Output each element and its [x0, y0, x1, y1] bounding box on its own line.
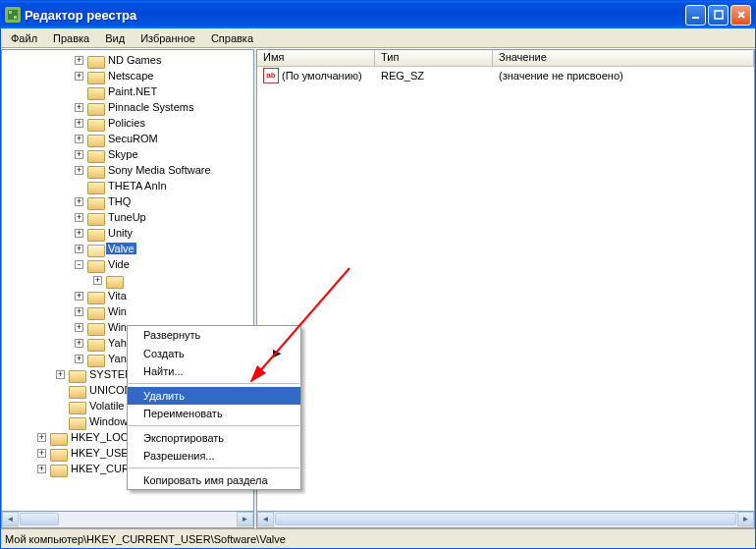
- expand-icon[interactable]: +: [75, 56, 83, 65]
- minimize-button[interactable]: [685, 5, 706, 26]
- tree-item[interactable]: +Valve: [2, 241, 253, 256]
- list-hscrollbar[interactable]: ◄ ►: [256, 512, 755, 528]
- tree-item[interactable]: +Policies: [2, 115, 253, 131]
- menu-favorites[interactable]: Избранное: [136, 30, 199, 46]
- expand-icon[interactable]: +: [75, 166, 83, 175]
- column-type[interactable]: Тип: [375, 50, 493, 66]
- scroll-left-button[interactable]: ◄: [257, 512, 274, 526]
- ctx-permissions[interactable]: Разрешения...: [128, 447, 300, 465]
- folder-icon: [69, 400, 84, 412]
- menu-edit[interactable]: Правка: [49, 30, 93, 46]
- tree-item[interactable]: +Netscape: [2, 68, 253, 83]
- ctx-create[interactable]: Создать▶: [128, 344, 300, 362]
- folder-icon: [87, 117, 103, 130]
- svg-rect-1: [9, 11, 12, 14]
- svg-rect-2: [14, 16, 17, 19]
- tree-item[interactable]: +Vita: [2, 288, 253, 303]
- expand-icon[interactable]: +: [75, 150, 83, 159]
- column-name[interactable]: Имя: [257, 50, 375, 66]
- expand-icon[interactable]: +: [56, 370, 65, 379]
- tree-item[interactable]: -Vide: [2, 256, 253, 272]
- collapse-icon[interactable]: -: [75, 260, 83, 269]
- tree-item[interactable]: +Unity: [2, 225, 253, 241]
- scroll-right-button[interactable]: ►: [737, 512, 754, 526]
- folder-icon: [87, 211, 103, 224]
- tree-item[interactable]: THETA AnIn: [2, 178, 253, 193]
- expand-icon[interactable]: +: [75, 135, 83, 143]
- tree-item-label: Win: [106, 321, 129, 333]
- folder-icon: [87, 227, 103, 240]
- menu-help[interactable]: Справка: [207, 30, 257, 46]
- expand-icon[interactable]: +: [37, 449, 46, 458]
- tree-item[interactable]: +Pinnacle Systems: [2, 99, 253, 115]
- expand-icon[interactable]: +: [75, 323, 83, 332]
- menubar: Файл Правка Вид Избранное Справка: [1, 28, 755, 48]
- expand-icon[interactable]: +: [75, 103, 83, 112]
- scroll-right-button[interactable]: ►: [237, 512, 253, 526]
- folder-icon: [87, 148, 103, 161]
- folder-icon: [87, 305, 103, 318]
- expand-icon[interactable]: +: [75, 72, 83, 81]
- titlebar[interactable]: Редактор реестра: [1, 1, 755, 28]
- tree-hscrollbar[interactable]: ◄ ►: [1, 512, 254, 528]
- folder-icon: [87, 258, 103, 271]
- expand-icon[interactable]: +: [75, 339, 83, 348]
- folder-icon: [87, 195, 103, 208]
- tree-item[interactable]: +Win: [2, 303, 253, 319]
- expand-icon[interactable]: +: [75, 292, 83, 301]
- menu-file[interactable]: Файл: [7, 30, 41, 46]
- expand-icon[interactable]: +: [75, 245, 83, 253]
- ctx-expand[interactable]: Развернуть: [128, 326, 300, 344]
- ctx-copy-name[interactable]: Копировать имя раздела: [128, 471, 300, 489]
- expand-icon[interactable]: +: [75, 213, 83, 222]
- ctx-delete[interactable]: Удалить: [128, 387, 300, 405]
- expand-icon[interactable]: +: [75, 197, 83, 206]
- value-data: (значение не присвоено): [493, 70, 754, 82]
- statusbar: Мой компьютер\HKEY_CURRENT_USER\Software…: [1, 528, 755, 548]
- folder-icon: [87, 321, 103, 334]
- tree-item[interactable]: +TuneUp: [2, 209, 253, 225]
- expand-icon[interactable]: +: [93, 276, 102, 285]
- scroll-thumb[interactable]: [275, 513, 736, 525]
- list-view[interactable]: Имя Тип Значение ab (По умолчанию) REG_S…: [256, 49, 755, 512]
- separator: [129, 383, 299, 384]
- folder-icon: [87, 54, 103, 67]
- string-value-icon: ab: [263, 68, 279, 83]
- tree-item[interactable]: +Skype: [2, 146, 253, 162]
- list-pane: Имя Тип Значение ab (По умолчанию) REG_S…: [256, 49, 755, 528]
- expand-icon[interactable]: +: [37, 433, 46, 442]
- folder-icon: [87, 180, 103, 192]
- tree-item[interactable]: Paint.NET: [2, 83, 253, 99]
- window: Редактор реестра Файл Правка Вид Избранн…: [0, 0, 756, 549]
- tree-item[interactable]: +SecuROM: [2, 131, 253, 146]
- tree-item[interactable]: +ND Games: [2, 52, 253, 68]
- tree-item[interactable]: +Sony Media Software: [2, 162, 253, 178]
- expand-icon[interactable]: +: [75, 229, 83, 238]
- expand-icon[interactable]: +: [37, 465, 46, 473]
- ctx-find[interactable]: Найти...: [128, 362, 300, 380]
- menu-view[interactable]: Вид: [101, 30, 129, 46]
- ctx-export[interactable]: Экспортировать: [128, 429, 300, 447]
- expand-icon[interactable]: +: [75, 355, 83, 363]
- scroll-left-button[interactable]: ◄: [2, 512, 19, 526]
- tree-item[interactable]: +: [2, 272, 253, 288]
- tree-item[interactable]: +THQ: [2, 193, 253, 209]
- folder-icon: [50, 463, 66, 475]
- tree-item-label: Unity: [106, 227, 135, 239]
- separator: [129, 425, 299, 426]
- close-button[interactable]: [730, 5, 751, 26]
- svg-rect-4: [715, 11, 723, 19]
- folder-icon: [87, 243, 103, 255]
- maximize-button[interactable]: [708, 5, 729, 26]
- folder-icon: [69, 368, 84, 381]
- tree-item-label: Vita: [106, 290, 129, 302]
- scroll-thumb[interactable]: [20, 513, 59, 525]
- folder-icon: [50, 431, 66, 444]
- folder-icon: [87, 290, 103, 302]
- ctx-rename[interactable]: Переименовать: [128, 405, 300, 422]
- expand-icon[interactable]: +: [75, 119, 83, 128]
- list-row[interactable]: ab (По умолчанию) REG_SZ (значение не пр…: [257, 67, 754, 83]
- column-value[interactable]: Значение: [493, 50, 754, 66]
- expand-icon[interactable]: +: [75, 307, 83, 316]
- folder-icon: [87, 133, 103, 145]
